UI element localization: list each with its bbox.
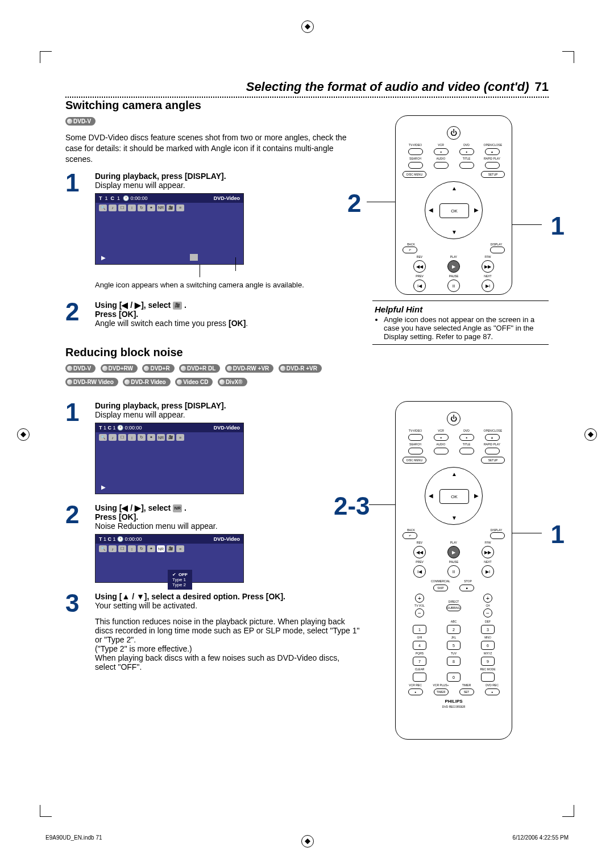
caption-angle: Angle icon appears when a switching came… — [95, 281, 361, 289]
footer-right: 6/12/2006 4:22:55 PM — [513, 834, 569, 841]
section1-intro: Some DVD-Video discs feature scenes shot… — [65, 132, 361, 165]
crop-br — [562, 805, 574, 817]
down-icon: ▼ — [451, 229, 457, 235]
disp-icon: 🔍 — [99, 205, 107, 211]
step-1-num: 1 — [65, 172, 88, 295]
s2-step-1-num: 1 — [65, 401, 88, 498]
play-indicator-icon: ▶ — [101, 254, 106, 261]
osd-display-2: T 1 C 1 🕐 0:00:00 DVD-Video 🔍♪☐↕↻✦NR🎥≡ ▶ — [95, 423, 244, 494]
model-label: DVD RECORDER — [403, 705, 505, 708]
back-btn: ↶ — [403, 247, 417, 253]
angle-icon: 🎥 — [173, 302, 182, 310]
disc-menu-btn: DISC MENU — [403, 171, 426, 178]
disp-icon: ☐ — [118, 205, 126, 211]
badge: DVD-R Video — [123, 378, 171, 386]
section2-title: Reducing block noise — [65, 346, 549, 359]
page-number: 71 — [535, 80, 549, 94]
osd-display-1: T 1 C 1 🕐 0:00:00 DVD-Video 🔍 ♪ ☐ — [95, 193, 244, 265]
s2-step-2-num: 2 — [65, 503, 88, 586]
badge: DVD-V — [65, 364, 96, 373]
s2-step-2-text: Noise Reduction menu will appear. — [95, 521, 218, 531]
badge: Video CD — [175, 378, 213, 386]
right-icon: ▶ — [474, 207, 479, 213]
disp-icon: ↕ — [128, 205, 136, 211]
s2-step-3-text1: Your setting will be activated. — [95, 601, 197, 610]
callout-1b: 1 — [551, 520, 565, 549]
badge: DVD+R DL — [179, 364, 220, 373]
dotted-rule — [65, 97, 549, 98]
disp-icon: ↻ — [138, 205, 146, 211]
osd-display-3: T 1 C 1 🕐 0:00:00 DVD-Video 🔍♪☐↕↻✦NR🎥≡ ✔… — [95, 534, 244, 583]
registration-mark-top — [301, 20, 314, 33]
remote-control-top: ⏻ TV-VIDEO VCR DVD OPEN/CLOSE ● ● ▲ SEAR… — [395, 115, 512, 295]
s2-step-3-bold: Using [▲ / ▼], select a desired option. … — [95, 592, 285, 601]
crop-tr — [562, 51, 574, 63]
nr-icon: NR — [173, 504, 182, 512]
disp-icon: ♪ — [109, 205, 117, 211]
badge: DVD+R — [142, 364, 174, 373]
badge: DVD+RW — [101, 364, 138, 373]
disc-badge-dvdv: DVD-V — [65, 117, 96, 126]
setup-btn: SETUP — [481, 171, 505, 178]
s2-step-3-num: 3 — [65, 592, 88, 671]
s2-step-1-text: Display menu will appear. — [95, 410, 185, 419]
angle-icon-indicator — [190, 254, 198, 261]
badge: DVD-RW Video — [65, 378, 118, 386]
disp-icon: ≡ — [176, 205, 184, 211]
section1-title: Switching camera angles — [65, 99, 549, 112]
disp-icon: NR — [157, 205, 165, 211]
callout-23: 2-3 — [334, 492, 370, 520]
s2-step-1-bold: During playback, press [DISPLAY]. — [95, 401, 226, 410]
crop-bl — [40, 805, 52, 817]
s2-step-3-text2: This function reduces noise in the playb… — [95, 617, 359, 644]
nav-ring: ▲ ▼ ◀ ▶ OK — [425, 181, 483, 239]
hint-title: Helpful Hint — [375, 304, 546, 314]
step-1-bold: During playback, press [DISPLAY]. — [95, 172, 226, 181]
badge: DVD-RW +VR — [225, 364, 273, 373]
callout-2: 2 — [347, 189, 361, 218]
ok-button: OK — [439, 203, 469, 218]
s2-step-3-text4: When playing back discs with a few noise… — [95, 653, 339, 671]
header-title: Selecting the format of audio and video … — [246, 80, 529, 94]
crop-tl — [40, 51, 52, 63]
power-button: ⏻ — [447, 412, 460, 425]
disp-icon: 🎥 — [167, 205, 175, 211]
callout-1: 1 — [551, 212, 565, 240]
brand-label: PHILIPS — [403, 699, 505, 704]
step-2-num: 2 — [65, 301, 88, 328]
remote-control-full: ⏻ TV-VIDEO VCR DVD OPEN/CLOSE ●●▲ SEARCH… — [395, 401, 512, 740]
left-icon: ◀ — [429, 207, 433, 213]
power-button: ⏻ — [447, 126, 460, 140]
badge: DivX® — [218, 378, 247, 386]
footer-left: E9A90UD_EN.indb 71 — [45, 834, 102, 841]
badge: DVD-R +VR — [279, 364, 322, 373]
helpful-hint-box: Helpful Hint Angle icon does not appear … — [372, 301, 549, 345]
s2-step-3-text3: ("Type 2" is more effective.) — [95, 644, 192, 653]
step-2-text: Angle will switch each time you press [O… — [95, 319, 248, 328]
disp-icon: ✦ — [147, 205, 155, 211]
display-btn — [490, 247, 505, 253]
step-1-text: Display menu will appear. — [95, 181, 185, 190]
registration-mark-right — [584, 428, 597, 441]
registration-mark-left — [17, 428, 30, 441]
hint-item: Angle icon does not appear on the screen… — [384, 315, 546, 341]
up-icon: ▲ — [451, 185, 457, 191]
nr-menu: ✔OFF Type 1 Type 2 — [168, 570, 192, 590]
